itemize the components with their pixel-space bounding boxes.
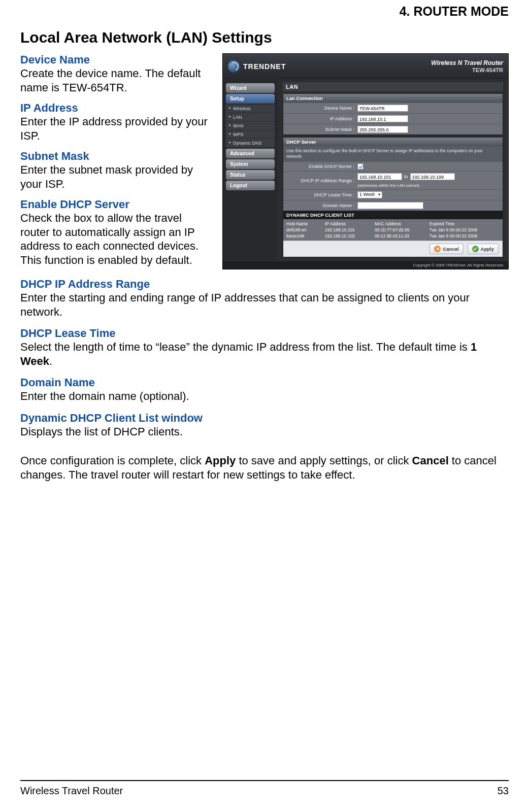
nav-sub-wireless[interactable]: Wireless [226, 105, 275, 113]
term-client-list: Dynamic DHCP Client List window [20, 412, 509, 425]
th-mac: MAC Address [375, 221, 425, 226]
desc-ip-address: Enter the IP address provided by your IS… [20, 115, 213, 143]
cancel-label: Cancel [443, 246, 458, 252]
nav-status[interactable]: Status [226, 170, 275, 180]
dhcp-subtext: Use this section to configure the built-… [283, 146, 503, 161]
range-note: (addresses within the LAN subnet) [357, 183, 500, 188]
td-mac: 00:11:95:c8:11:d3 [375, 233, 425, 239]
desc-domain: Enter the domain name (optional). [20, 389, 509, 403]
apply-label: Apply [481, 246, 494, 252]
lan-connection-header: Lan Connection [283, 94, 503, 103]
input-domain[interactable] [357, 202, 423, 209]
cancel-icon: ✕ [434, 246, 441, 252]
client-list-header: DYNAMIC DHCP CLIENT LIST [283, 211, 503, 219]
content-title: LAN [283, 82, 503, 91]
ui-header: TRENDNET Wireless N Travel Router TEW-65… [223, 54, 508, 79]
td-exp: Tue Jan 8 00:00:22 2008 [429, 233, 500, 239]
nav-sub-wps[interactable]: WPS [226, 130, 275, 139]
brand: TRENDNET [228, 60, 286, 73]
term-range: DHCP IP Address Range [20, 278, 509, 291]
input-mask[interactable]: 255.255.255.0 [357, 126, 408, 133]
nav-sub-lan[interactable]: LAN [226, 113, 275, 122]
desc-client-list: Displays the list of DHCP clients. [20, 425, 509, 439]
desc-range: Enter the starting and ending range of I… [20, 291, 509, 319]
input-range-from[interactable]: 192.168.10.101 [357, 173, 402, 180]
input-ip[interactable]: 192.168.10.1 [357, 115, 408, 122]
desc-enable-dhcp: Check the box to allow the travel router… [20, 211, 213, 267]
th-exp: Expired Time [429, 221, 500, 226]
product-line2: TEW-654TR [431, 67, 503, 74]
label-lease: DHCP Lease Time : [286, 192, 357, 197]
th-ip: IP Address [325, 221, 371, 226]
footer-left: Wireless Travel Router [20, 785, 123, 797]
td-mac: 00:1b:77:67:d2:95 [375, 227, 425, 232]
td-host: karan196 [286, 233, 321, 239]
brand-text: TRENDNET [243, 62, 286, 71]
nav-sub-wan[interactable]: WAN [226, 122, 275, 130]
th-host: Host Name [286, 221, 321, 226]
apply-button[interactable]: ✓ Apply [468, 244, 499, 254]
input-range-to[interactable]: 192.168.10.199 [410, 173, 455, 180]
table-header: Host Name IP Address MAC Address Expired… [286, 221, 500, 227]
td-ip: 192.168.10.102 [325, 233, 371, 239]
nav-wizard[interactable]: Wizard [226, 83, 275, 93]
product-label: Wireless N Travel Router TEW-654TR [431, 59, 503, 74]
dhcp-panel: DHCP Server Use this section to configur… [283, 137, 503, 257]
check-icon [358, 164, 363, 169]
product-line1: Wireless N Travel Router [431, 59, 503, 66]
select-lease[interactable]: 1 Week [357, 191, 382, 198]
term-enable-dhcp: Enable DHCP Server [20, 198, 213, 211]
client-table: Host Name IP Address MAC Address Expired… [283, 219, 503, 241]
term-device-name: Device Name [20, 53, 213, 66]
cancel-button[interactable]: ✕ Cancel [429, 244, 463, 254]
button-row: ✕ Cancel ✓ Apply [283, 241, 503, 257]
checkbox-enable-dhcp[interactable] [357, 163, 363, 170]
label-device-name: Device Name : [286, 106, 357, 111]
router-screenshot: TRENDNET Wireless N Travel Router TEW-65… [222, 51, 509, 269]
footer-right: 53 [498, 785, 509, 797]
section-title: Local Area Network (LAN) Settings [20, 29, 509, 46]
td-host: dell188-en [286, 227, 321, 232]
term-lease: DHCP Lease Time [20, 327, 509, 340]
apply-icon: ✓ [472, 246, 479, 252]
term-subnet-mask: Subnet Mask [20, 150, 213, 163]
lan-connection-panel: Lan Connection Device Name : TEW-654TR I… [283, 93, 503, 135]
label-mask: Subnet Mask : [286, 127, 357, 132]
dhcp-header: DHCP Server [283, 138, 503, 146]
nav-system[interactable]: System [226, 159, 275, 169]
table-row: dell188-en 192.168.10.101 00:1b:77:67:d2… [286, 227, 500, 233]
nav-setup[interactable]: Setup [226, 94, 275, 104]
copyright: Copyright © 2009 TRENDnet. All Rights Re… [223, 261, 508, 269]
desc-subnet-mask: Enter the subnet mask provided by your I… [20, 163, 213, 191]
globe-icon [228, 60, 240, 73]
sidebar: Wizard Setup Wireless LAN WAN WPS Dynami… [223, 79, 278, 261]
label-domain: Domain Name : [286, 203, 357, 208]
desc-lease: Select the length of time to “lease” the… [20, 340, 509, 368]
chapter-heading: 4. ROUTER MODE [20, 0, 509, 29]
desc-device-name: Create the device name. The default name… [20, 66, 213, 94]
term-domain: Domain Name [20, 376, 509, 389]
table-row: karan196 192.168.10.102 00:11:95:c8:11:d… [286, 233, 500, 239]
td-exp: Tue Jan 8 00:00:22 2008 [429, 227, 500, 232]
nav-logout[interactable]: Logout [226, 181, 275, 190]
closing-paragraph: Once configuration is complete, click Ap… [20, 454, 509, 482]
term-ip-address: IP Address [20, 101, 213, 115]
label-ip: IP Address : [286, 116, 357, 121]
label-range: DHCP IP Address Range : [286, 178, 357, 183]
input-device-name[interactable]: TEW-654TR [357, 105, 408, 112]
label-enable-dhcp: Enable DHCP Server : [286, 164, 357, 169]
page-footer: Wireless Travel Router 53 [20, 780, 509, 797]
td-ip: 192.168.10.101 [325, 227, 371, 232]
nav-advanced[interactable]: Advanced [226, 149, 275, 158]
range-to-label: to [404, 174, 408, 179]
nav-sub-ddns[interactable]: Dynamic DNS [226, 139, 275, 148]
